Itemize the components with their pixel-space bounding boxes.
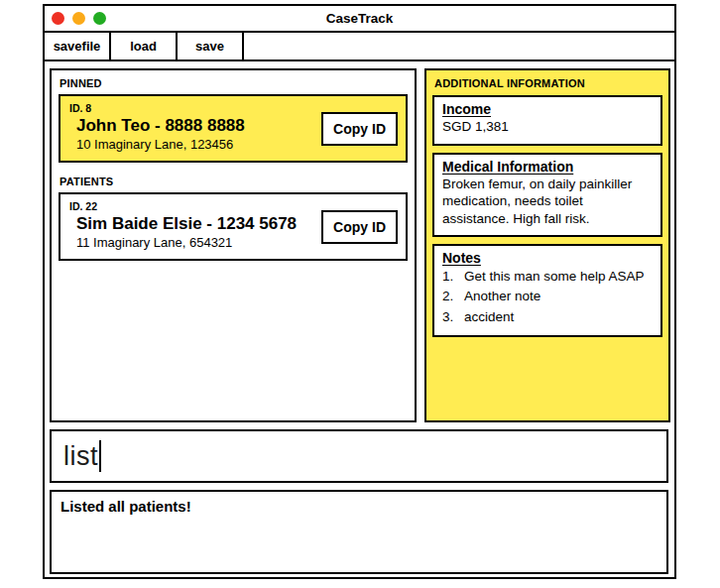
minimize-window-icon[interactable]: [72, 12, 85, 25]
note-number: 1.: [442, 267, 464, 287]
patients-section-header: PATIENTS: [60, 176, 408, 187]
income-section: Income SGD 1,381: [432, 95, 662, 146]
additional-info-header: ADDITIONAL INFORMATION: [434, 77, 662, 89]
medical-info-section: Medical Information Broken femur, on dai…: [432, 153, 662, 238]
note-item: 1. Get this man some help ASAP: [442, 267, 653, 287]
traffic-lights: [52, 6, 106, 31]
command-input-value: list: [63, 441, 98, 472]
income-title: Income: [442, 101, 653, 117]
patient-card[interactable]: ID. 22 Sim Baide Elsie - 1234 5678 11 Im…: [59, 192, 408, 261]
note-text: Get this man some help ASAP: [464, 267, 645, 287]
command-input[interactable]: list: [50, 429, 668, 483]
note-item: 2. Another note: [442, 287, 653, 306]
output-area: Listed all patients!: [50, 490, 668, 574]
output-message: Listed all patients!: [60, 498, 658, 515]
notes-section: Notes 1. Get this man some help ASAP 2. …: [432, 244, 662, 337]
pinned-patient-card[interactable]: ID. 8 John Teo - 8888 8888 10 Imaginary …: [59, 94, 408, 163]
copy-id-button[interactable]: Copy ID: [321, 112, 398, 146]
note-number: 2.: [442, 287, 464, 306]
casetrack-window: CaseTrack savefile load save PINNED ID. …: [43, 4, 676, 579]
toolbar: savefile load save: [45, 33, 674, 61]
close-window-icon[interactable]: [52, 12, 64, 25]
copy-id-button[interactable]: Copy ID: [321, 210, 398, 244]
desktop-background: CaseTrack savefile load save PINNED ID. …: [0, 0, 720, 588]
window-title: CaseTrack: [326, 11, 394, 26]
note-number: 3.: [442, 307, 464, 327]
main-area: PINNED ID. 8 John Teo - 8888 8888 10 Ima…: [50, 68, 670, 422]
notes-title: Notes: [442, 250, 653, 266]
note-text: Another note: [464, 287, 540, 306]
income-value: SGD 1,381: [442, 118, 653, 136]
note-text: accident: [464, 307, 514, 327]
pinned-section-header: PINNED: [60, 77, 408, 89]
text-cursor: [99, 440, 101, 472]
zoom-window-icon[interactable]: [93, 12, 106, 25]
medical-info-title: Medical Information: [442, 159, 653, 175]
title-bar: CaseTrack: [45, 6, 674, 33]
savefile-button[interactable]: savefile: [45, 33, 111, 59]
load-button[interactable]: load: [111, 33, 178, 59]
save-button[interactable]: save: [178, 33, 244, 59]
medical-info-text: Broken femur, on daily painkiller medica…: [442, 176, 653, 228]
patients-panel: PINNED ID. 8 John Teo - 8888 8888 10 Ima…: [50, 68, 417, 422]
note-item: 3. accident: [442, 307, 653, 327]
additional-info-panel: ADDITIONAL INFORMATION Income SGD 1,381 …: [424, 68, 670, 422]
